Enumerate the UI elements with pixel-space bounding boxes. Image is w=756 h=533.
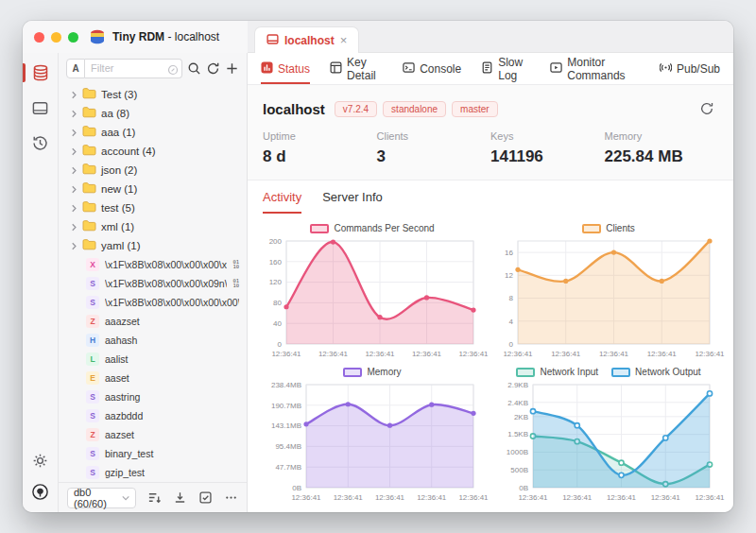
stat-memory: Memory225.84 MB <box>605 130 719 166</box>
tab-pub-sub[interactable]: Pub/Sub <box>660 53 720 84</box>
console-icon <box>403 61 415 77</box>
svg-text:200: 200 <box>268 237 282 246</box>
legend-item[interactable]: Clients <box>582 223 635 233</box>
chart-memory: Memory0B47.7MB95.4MB143.1MB190.7MB238.4M… <box>263 365 482 503</box>
legend-item[interactable]: Network Input <box>516 367 598 377</box>
pubsub-icon <box>660 61 672 77</box>
tab-monitor-commands[interactable]: Monitor Commands <box>550 53 640 84</box>
tree-key[interactable]: S\x1F\x8B\x08\x00\x00\x09n\x8...0110 <box>59 274 247 293</box>
key-label: \x1F\x8B\x08\x00\x00\x09n\x8... <box>105 278 227 289</box>
more-options-icon[interactable] <box>224 490 238 505</box>
tab-server-info[interactable]: Server Info <box>322 190 383 214</box>
rail-server-button[interactable] <box>29 96 52 119</box>
chevron-right-icon <box>71 86 77 103</box>
server-stats: Uptime8 dClients3Keys141196Memory225.84 … <box>263 130 718 166</box>
rail-history-button[interactable] <box>29 131 52 154</box>
status-card: localhost v7.2.4standalonemaster Uptime8… <box>248 85 733 181</box>
server-badge: v7.2.4 <box>335 101 377 117</box>
key-detail-icon <box>330 61 342 77</box>
filter-mode-icon[interactable] <box>167 62 179 79</box>
tree-folder[interactable]: json (2) <box>59 161 247 180</box>
refresh-status-icon[interactable] <box>696 97 718 120</box>
tab-label: Key Detail <box>347 56 383 82</box>
tree-key[interactable]: Saastring <box>59 387 247 406</box>
chart-plot: 0B47.7MB95.4MB143.1MB190.7MB238.4MB12:36… <box>264 380 482 503</box>
key-label: aaset <box>105 372 239 384</box>
traffic-lights <box>34 32 78 43</box>
settings-gear-icon[interactable] <box>29 449 52 472</box>
key-label: binary_test <box>105 448 239 459</box>
svg-text:238.4MB: 238.4MB <box>270 381 301 389</box>
folder-label: account (4) <box>101 146 156 157</box>
tree-key[interactable]: Zaaazset <box>59 312 247 331</box>
tree-folder[interactable]: aaa (1) <box>59 123 247 142</box>
svg-text:12:36:41: 12:36:41 <box>562 493 593 502</box>
left-rail <box>23 53 59 512</box>
svg-text:4: 4 <box>508 318 513 326</box>
chart-legend: Clients <box>582 221 635 235</box>
folder-icon <box>82 105 96 122</box>
tab-activity[interactable]: Activity <box>263 190 301 214</box>
key-label: aaazset <box>105 316 239 327</box>
legend-item[interactable]: Commands Per Second <box>310 223 434 233</box>
tree-folder[interactable]: xml (1) <box>59 217 247 236</box>
tree-key[interactable]: Sbinary_test <box>59 444 247 463</box>
sort-keys-icon[interactable] <box>147 490 162 505</box>
key-type-badge: S <box>86 277 99 290</box>
tree-key[interactable]: X\x1F\x8B\x08\x00\x00\x00\x00\x0...0110 <box>59 255 247 274</box>
reload-keys-icon[interactable] <box>206 61 220 76</box>
chart-network: Network InputNetwork Output0B500B1000B1.… <box>499 365 718 503</box>
zoom-window-button[interactable] <box>68 32 78 43</box>
tree-folder[interactable]: yaml (1) <box>59 236 247 255</box>
tree-key[interactable]: Sgzip_test <box>59 463 247 482</box>
import-icon[interactable] <box>173 490 187 505</box>
connection-tab-localhost[interactable]: localhost × <box>254 26 359 53</box>
tab-slow-log[interactable]: Slow Log <box>481 53 530 84</box>
legend-item[interactable]: Network Output <box>611 367 700 377</box>
slow-log-icon <box>481 61 493 77</box>
tree-folder[interactable]: account (4) <box>59 142 247 161</box>
key-label: aazset <box>105 429 239 440</box>
match-case-button[interactable]: A <box>66 59 85 78</box>
db-selector[interactable]: db0 (60/60) <box>67 488 136 508</box>
search-icon[interactable] <box>187 61 201 76</box>
folder-label: aaa (1) <box>101 127 135 138</box>
close-tab-icon[interactable]: × <box>340 34 348 46</box>
stat-value: 8 d <box>263 147 377 166</box>
checkbox-mode-icon[interactable] <box>198 490 213 505</box>
chevron-right-icon <box>71 105 77 122</box>
svg-text:2KB: 2KB <box>513 413 527 421</box>
folder-icon <box>82 86 96 103</box>
add-key-icon[interactable] <box>225 61 239 76</box>
tree-folder[interactable]: test (5) <box>59 198 247 217</box>
tree-key[interactable]: Eaaset <box>59 369 247 387</box>
tree-key[interactable]: Zaazset <box>59 425 247 444</box>
stat-value: 141196 <box>490 147 605 166</box>
tree-key[interactable]: Saazbddd <box>59 406 247 425</box>
tree-key[interactable]: Laalist <box>59 350 247 369</box>
close-window-button[interactable] <box>34 32 44 43</box>
svg-text:12:36:41: 12:36:41 <box>646 350 677 358</box>
svg-text:12:36:41: 12:36:41 <box>365 350 395 358</box>
chevron-right-icon <box>71 218 77 235</box>
tab-status[interactable]: Status <box>261 53 310 84</box>
tree-key[interactable]: Haahash <box>59 331 247 350</box>
folder-label: xml (1) <box>101 221 134 232</box>
svg-text:1.5KB: 1.5KB <box>507 430 528 438</box>
svg-text:0B: 0B <box>519 484 528 492</box>
tab-console[interactable]: Console <box>403 53 461 84</box>
github-icon[interactable] <box>29 480 52 503</box>
rail-databases-button[interactable] <box>29 61 52 84</box>
db-selector-value: db0 (60/60) <box>74 487 122 509</box>
legend-item[interactable]: Memory <box>343 367 401 377</box>
svg-text:0: 0 <box>508 340 513 349</box>
minimize-window-button[interactable] <box>51 32 61 43</box>
tab-key-detail[interactable]: Key Detail <box>330 53 383 84</box>
folder-label: json (2) <box>101 164 137 176</box>
tree-key[interactable]: S\x1F\x8B\x08\x00\x00\x00\x00\x0... <box>59 293 247 312</box>
tree-folder[interactable]: Test (3) <box>59 85 247 104</box>
tree-folder[interactable]: aa (8) <box>59 104 247 123</box>
db-toolbar: db0 (60/60) <box>59 482 247 512</box>
rail-active-indicator <box>23 63 26 82</box>
tree-folder[interactable]: new (1) <box>59 180 247 198</box>
